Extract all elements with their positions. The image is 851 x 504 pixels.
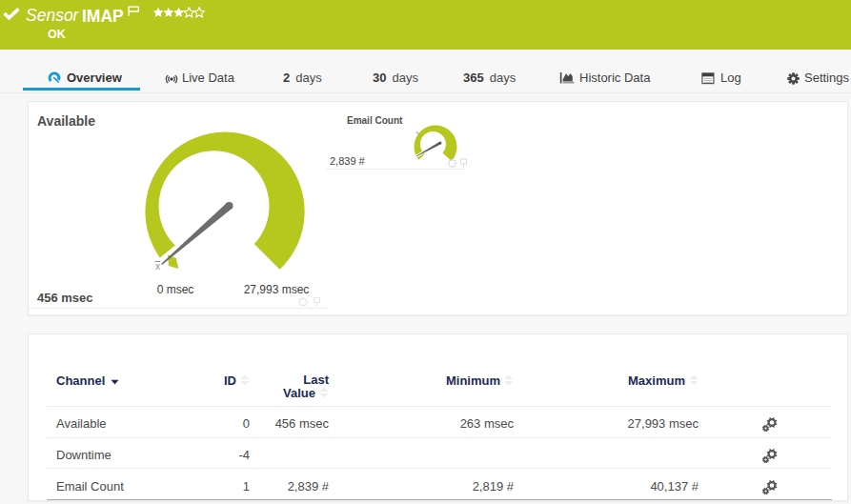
svg-text:x: x bbox=[155, 261, 160, 272]
